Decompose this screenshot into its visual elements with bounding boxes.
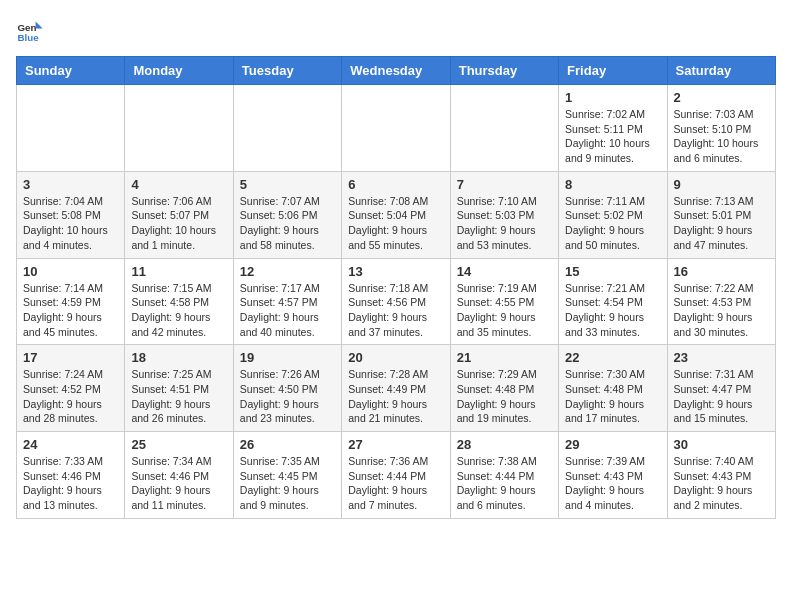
day-info: Sunrise: 7:24 AM Sunset: 4:52 PM Dayligh… — [23, 367, 118, 426]
calendar-cell: 2Sunrise: 7:03 AM Sunset: 5:10 PM Daylig… — [667, 85, 775, 172]
day-number: 27 — [348, 437, 443, 452]
day-number: 30 — [674, 437, 769, 452]
day-number: 6 — [348, 177, 443, 192]
calendar-cell: 26Sunrise: 7:35 AM Sunset: 4:45 PM Dayli… — [233, 432, 341, 519]
day-number: 10 — [23, 264, 118, 279]
day-number: 25 — [131, 437, 226, 452]
day-info: Sunrise: 7:02 AM Sunset: 5:11 PM Dayligh… — [565, 107, 660, 166]
day-info: Sunrise: 7:25 AM Sunset: 4:51 PM Dayligh… — [131, 367, 226, 426]
day-number: 4 — [131, 177, 226, 192]
header: Gen Blue — [16, 16, 776, 44]
day-number: 3 — [23, 177, 118, 192]
day-number: 12 — [240, 264, 335, 279]
day-info: Sunrise: 7:06 AM Sunset: 5:07 PM Dayligh… — [131, 194, 226, 253]
day-number: 22 — [565, 350, 660, 365]
day-info: Sunrise: 7:14 AM Sunset: 4:59 PM Dayligh… — [23, 281, 118, 340]
day-number: 26 — [240, 437, 335, 452]
day-info: Sunrise: 7:19 AM Sunset: 4:55 PM Dayligh… — [457, 281, 552, 340]
day-number: 8 — [565, 177, 660, 192]
calendar-cell: 23Sunrise: 7:31 AM Sunset: 4:47 PM Dayli… — [667, 345, 775, 432]
calendar-cell: 7Sunrise: 7:10 AM Sunset: 5:03 PM Daylig… — [450, 171, 558, 258]
day-number: 28 — [457, 437, 552, 452]
day-number: 23 — [674, 350, 769, 365]
calendar-cell: 20Sunrise: 7:28 AM Sunset: 4:49 PM Dayli… — [342, 345, 450, 432]
calendar-cell: 13Sunrise: 7:18 AM Sunset: 4:56 PM Dayli… — [342, 258, 450, 345]
day-number: 13 — [348, 264, 443, 279]
day-info: Sunrise: 7:28 AM Sunset: 4:49 PM Dayligh… — [348, 367, 443, 426]
calendar-cell: 10Sunrise: 7:14 AM Sunset: 4:59 PM Dayli… — [17, 258, 125, 345]
calendar-cell: 28Sunrise: 7:38 AM Sunset: 4:44 PM Dayli… — [450, 432, 558, 519]
calendar-cell: 22Sunrise: 7:30 AM Sunset: 4:48 PM Dayli… — [559, 345, 667, 432]
calendar-cell: 4Sunrise: 7:06 AM Sunset: 5:07 PM Daylig… — [125, 171, 233, 258]
day-number: 19 — [240, 350, 335, 365]
day-info: Sunrise: 7:08 AM Sunset: 5:04 PM Dayligh… — [348, 194, 443, 253]
day-info: Sunrise: 7:26 AM Sunset: 4:50 PM Dayligh… — [240, 367, 335, 426]
calendar-cell — [17, 85, 125, 172]
weekday-header-saturday: Saturday — [667, 57, 775, 85]
day-info: Sunrise: 7:40 AM Sunset: 4:43 PM Dayligh… — [674, 454, 769, 513]
calendar-cell: 30Sunrise: 7:40 AM Sunset: 4:43 PM Dayli… — [667, 432, 775, 519]
calendar-cell: 12Sunrise: 7:17 AM Sunset: 4:57 PM Dayli… — [233, 258, 341, 345]
day-info: Sunrise: 7:31 AM Sunset: 4:47 PM Dayligh… — [674, 367, 769, 426]
calendar-cell: 8Sunrise: 7:11 AM Sunset: 5:02 PM Daylig… — [559, 171, 667, 258]
calendar-cell: 15Sunrise: 7:21 AM Sunset: 4:54 PM Dayli… — [559, 258, 667, 345]
day-number: 21 — [457, 350, 552, 365]
day-info: Sunrise: 7:13 AM Sunset: 5:01 PM Dayligh… — [674, 194, 769, 253]
day-number: 15 — [565, 264, 660, 279]
day-info: Sunrise: 7:38 AM Sunset: 4:44 PM Dayligh… — [457, 454, 552, 513]
calendar-table: SundayMondayTuesdayWednesdayThursdayFrid… — [16, 56, 776, 519]
day-info: Sunrise: 7:18 AM Sunset: 4:56 PM Dayligh… — [348, 281, 443, 340]
day-info: Sunrise: 7:30 AM Sunset: 4:48 PM Dayligh… — [565, 367, 660, 426]
day-number: 1 — [565, 90, 660, 105]
day-info: Sunrise: 7:11 AM Sunset: 5:02 PM Dayligh… — [565, 194, 660, 253]
weekday-header-wednesday: Wednesday — [342, 57, 450, 85]
logo-icon: Gen Blue — [16, 16, 44, 44]
day-info: Sunrise: 7:21 AM Sunset: 4:54 PM Dayligh… — [565, 281, 660, 340]
calendar-cell: 6Sunrise: 7:08 AM Sunset: 5:04 PM Daylig… — [342, 171, 450, 258]
calendar-cell — [342, 85, 450, 172]
day-info: Sunrise: 7:10 AM Sunset: 5:03 PM Dayligh… — [457, 194, 552, 253]
calendar-cell: 3Sunrise: 7:04 AM Sunset: 5:08 PM Daylig… — [17, 171, 125, 258]
day-number: 16 — [674, 264, 769, 279]
calendar-week-row: 10Sunrise: 7:14 AM Sunset: 4:59 PM Dayli… — [17, 258, 776, 345]
day-number: 17 — [23, 350, 118, 365]
weekday-header-sunday: Sunday — [17, 57, 125, 85]
calendar-cell: 29Sunrise: 7:39 AM Sunset: 4:43 PM Dayli… — [559, 432, 667, 519]
day-info: Sunrise: 7:29 AM Sunset: 4:48 PM Dayligh… — [457, 367, 552, 426]
calendar-cell: 17Sunrise: 7:24 AM Sunset: 4:52 PM Dayli… — [17, 345, 125, 432]
day-info: Sunrise: 7:33 AM Sunset: 4:46 PM Dayligh… — [23, 454, 118, 513]
weekday-header-thursday: Thursday — [450, 57, 558, 85]
day-number: 11 — [131, 264, 226, 279]
day-info: Sunrise: 7:03 AM Sunset: 5:10 PM Dayligh… — [674, 107, 769, 166]
day-info: Sunrise: 7:34 AM Sunset: 4:46 PM Dayligh… — [131, 454, 226, 513]
weekday-header-friday: Friday — [559, 57, 667, 85]
day-info: Sunrise: 7:39 AM Sunset: 4:43 PM Dayligh… — [565, 454, 660, 513]
calendar-cell: 5Sunrise: 7:07 AM Sunset: 5:06 PM Daylig… — [233, 171, 341, 258]
calendar-week-row: 1Sunrise: 7:02 AM Sunset: 5:11 PM Daylig… — [17, 85, 776, 172]
day-number: 24 — [23, 437, 118, 452]
calendar-cell — [125, 85, 233, 172]
calendar-cell: 21Sunrise: 7:29 AM Sunset: 4:48 PM Dayli… — [450, 345, 558, 432]
day-number: 7 — [457, 177, 552, 192]
day-info: Sunrise: 7:17 AM Sunset: 4:57 PM Dayligh… — [240, 281, 335, 340]
weekday-header-tuesday: Tuesday — [233, 57, 341, 85]
day-number: 14 — [457, 264, 552, 279]
calendar-week-row: 3Sunrise: 7:04 AM Sunset: 5:08 PM Daylig… — [17, 171, 776, 258]
day-info: Sunrise: 7:36 AM Sunset: 4:44 PM Dayligh… — [348, 454, 443, 513]
calendar-cell — [450, 85, 558, 172]
day-info: Sunrise: 7:15 AM Sunset: 4:58 PM Dayligh… — [131, 281, 226, 340]
day-number: 20 — [348, 350, 443, 365]
calendar-cell: 27Sunrise: 7:36 AM Sunset: 4:44 PM Dayli… — [342, 432, 450, 519]
weekday-header-row: SundayMondayTuesdayWednesdayThursdayFrid… — [17, 57, 776, 85]
calendar-week-row: 24Sunrise: 7:33 AM Sunset: 4:46 PM Dayli… — [17, 432, 776, 519]
day-info: Sunrise: 7:07 AM Sunset: 5:06 PM Dayligh… — [240, 194, 335, 253]
calendar-cell: 14Sunrise: 7:19 AM Sunset: 4:55 PM Dayli… — [450, 258, 558, 345]
day-info: Sunrise: 7:22 AM Sunset: 4:53 PM Dayligh… — [674, 281, 769, 340]
calendar-cell: 25Sunrise: 7:34 AM Sunset: 4:46 PM Dayli… — [125, 432, 233, 519]
day-number: 5 — [240, 177, 335, 192]
calendar-cell: 24Sunrise: 7:33 AM Sunset: 4:46 PM Dayli… — [17, 432, 125, 519]
calendar-cell: 11Sunrise: 7:15 AM Sunset: 4:58 PM Dayli… — [125, 258, 233, 345]
day-info: Sunrise: 7:35 AM Sunset: 4:45 PM Dayligh… — [240, 454, 335, 513]
svg-marker-1 — [36, 22, 43, 29]
day-number: 29 — [565, 437, 660, 452]
